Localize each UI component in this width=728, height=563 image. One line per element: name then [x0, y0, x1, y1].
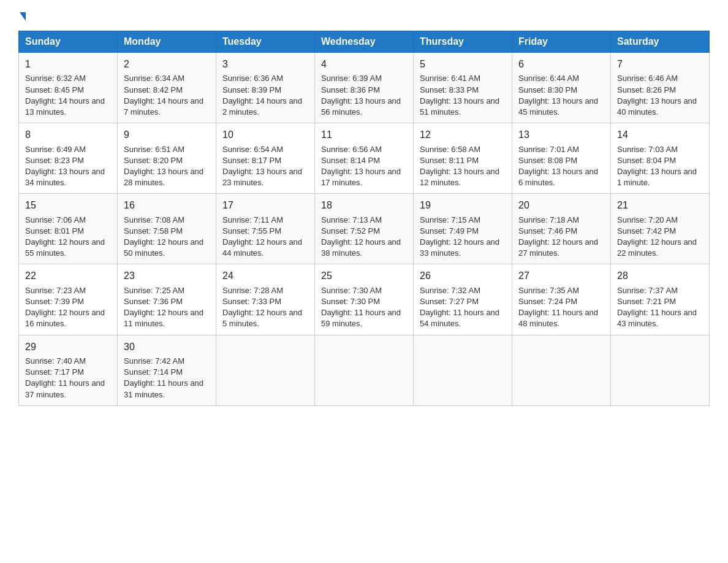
sunrise-text: Sunrise: 7:28 AM — [222, 286, 283, 295]
sunrise-text: Sunrise: 7:20 AM — [617, 215, 678, 224]
sunrise-text: Sunrise: 7:37 AM — [617, 286, 678, 295]
sunset-text: Sunset: 8:26 PM — [617, 85, 676, 94]
day-number: 23 — [124, 269, 210, 283]
day-number: 7 — [617, 58, 703, 71]
sunset-text: Sunset: 7:17 PM — [25, 367, 84, 377]
day-number: 3 — [222, 58, 308, 71]
sunrise-text: Sunrise: 7:03 AM — [617, 145, 678, 154]
calendar-cell: 1Sunrise: 6:32 AMSunset: 8:45 PMDaylight… — [19, 53, 118, 123]
day-number: 25 — [321, 269, 407, 283]
day-number: 17 — [222, 199, 308, 212]
daylight-text: Daylight: 13 hours and 6 minutes. — [518, 167, 598, 187]
sunrise-text: Sunrise: 6:58 AM — [420, 145, 480, 154]
daylight-text: Daylight: 13 hours and 28 minutes. — [124, 167, 203, 187]
calendar-week-row: 15Sunrise: 7:06 AMSunset: 8:01 PMDayligh… — [19, 194, 710, 264]
day-number: 29 — [25, 340, 111, 354]
sunset-text: Sunset: 8:17 PM — [222, 156, 281, 165]
calendar-cell: 25Sunrise: 7:30 AMSunset: 7:30 PMDayligh… — [315, 264, 414, 335]
calendar-cell: 23Sunrise: 7:25 AMSunset: 7:36 PMDayligh… — [118, 264, 216, 335]
sunset-text: Sunset: 8:14 PM — [321, 156, 380, 165]
sunset-text: Sunset: 8:36 PM — [321, 85, 380, 94]
daylight-text: Daylight: 13 hours and 51 minutes. — [420, 96, 499, 117]
page-header — [18, 12, 710, 21]
weekday-header-friday: Friday — [512, 31, 611, 53]
sunset-text: Sunset: 8:01 PM — [25, 226, 84, 236]
sunset-text: Sunset: 7:24 PM — [518, 297, 577, 306]
calendar-cell: 28Sunrise: 7:37 AMSunset: 7:21 PMDayligh… — [611, 264, 710, 335]
day-number: 10 — [222, 128, 308, 142]
day-number: 14 — [617, 128, 703, 142]
sunrise-text: Sunrise: 7:23 AM — [25, 286, 86, 295]
calendar-cell: 13Sunrise: 7:01 AMSunset: 8:08 PMDayligh… — [512, 123, 611, 194]
weekday-header-saturday: Saturday — [611, 31, 710, 53]
sunrise-text: Sunrise: 7:42 AM — [124, 356, 184, 366]
day-number: 8 — [25, 128, 111, 142]
daylight-text: Daylight: 12 hours and 33 minutes. — [420, 237, 499, 258]
calendar-cell: 8Sunrise: 6:49 AMSunset: 8:23 PMDaylight… — [19, 123, 118, 194]
day-number: 11 — [321, 128, 407, 142]
day-number: 4 — [321, 58, 407, 71]
calendar-cell: 24Sunrise: 7:28 AMSunset: 7:33 PMDayligh… — [216, 264, 315, 335]
calendar-cell: 5Sunrise: 6:41 AMSunset: 8:33 PMDaylight… — [414, 53, 512, 123]
sunrise-text: Sunrise: 6:44 AM — [518, 74, 579, 83]
calendar-cell: 18Sunrise: 7:13 AMSunset: 7:52 PMDayligh… — [315, 194, 414, 264]
daylight-text: Daylight: 11 hours and 48 minutes. — [518, 308, 598, 328]
calendar-cell: 15Sunrise: 7:06 AMSunset: 8:01 PMDayligh… — [19, 194, 118, 264]
day-number: 13 — [518, 128, 604, 142]
calendar-cell: 14Sunrise: 7:03 AMSunset: 8:04 PMDayligh… — [611, 123, 710, 194]
sunset-text: Sunset: 8:08 PM — [518, 156, 577, 165]
day-number: 12 — [420, 128, 506, 142]
calendar-week-row: 22Sunrise: 7:23 AMSunset: 7:39 PMDayligh… — [19, 264, 710, 335]
sunset-text: Sunset: 7:27 PM — [420, 297, 479, 306]
day-number: 16 — [124, 199, 210, 212]
day-number: 9 — [124, 128, 210, 142]
calendar-table: SundayMondayTuesdayWednesdayThursdayFrid… — [18, 31, 710, 406]
daylight-text: Daylight: 12 hours and 44 minutes. — [222, 237, 302, 258]
sunrise-text: Sunrise: 7:06 AM — [25, 215, 86, 224]
daylight-text: Daylight: 13 hours and 23 minutes. — [222, 167, 302, 187]
daylight-text: Daylight: 11 hours and 37 minutes. — [25, 378, 105, 399]
sunrise-text: Sunrise: 6:39 AM — [321, 74, 382, 83]
sunrise-text: Sunrise: 6:54 AM — [222, 145, 283, 154]
sunrise-text: Sunrise: 7:32 AM — [420, 286, 480, 295]
day-number: 2 — [124, 58, 210, 71]
calendar-cell: 29Sunrise: 7:40 AMSunset: 7:17 PMDayligh… — [19, 335, 118, 405]
sunset-text: Sunset: 7:55 PM — [222, 226, 281, 236]
calendar-cell: 12Sunrise: 6:58 AMSunset: 8:11 PMDayligh… — [414, 123, 512, 194]
calendar-cell: 16Sunrise: 7:08 AMSunset: 7:58 PMDayligh… — [118, 194, 216, 264]
day-number: 1 — [25, 58, 111, 71]
daylight-text: Daylight: 11 hours and 54 minutes. — [420, 308, 499, 328]
daylight-text: Daylight: 14 hours and 7 minutes. — [124, 96, 203, 117]
calendar-cell — [216, 335, 315, 405]
day-number: 24 — [222, 269, 308, 283]
sunset-text: Sunset: 8:20 PM — [124, 156, 183, 165]
day-number: 28 — [617, 269, 703, 283]
calendar-week-row: 29Sunrise: 7:40 AMSunset: 7:17 PMDayligh… — [19, 335, 710, 405]
sunset-text: Sunset: 7:14 PM — [124, 367, 183, 377]
calendar-header: SundayMondayTuesdayWednesdayThursdayFrid… — [19, 31, 710, 53]
calendar-cell: 26Sunrise: 7:32 AMSunset: 7:27 PMDayligh… — [414, 264, 512, 335]
daylight-text: Daylight: 13 hours and 56 minutes. — [321, 96, 401, 117]
sunrise-text: Sunrise: 7:01 AM — [518, 145, 579, 154]
weekday-header-thursday: Thursday — [414, 31, 512, 53]
day-number: 20 — [518, 199, 604, 212]
calendar-cell: 6Sunrise: 6:44 AMSunset: 8:30 PMDaylight… — [512, 53, 611, 123]
daylight-text: Daylight: 12 hours and 27 minutes. — [518, 237, 598, 258]
sunset-text: Sunset: 7:39 PM — [25, 297, 84, 306]
daylight-text: Daylight: 13 hours and 45 minutes. — [518, 96, 598, 117]
daylight-text: Daylight: 14 hours and 13 minutes. — [25, 96, 105, 117]
day-number: 30 — [124, 340, 210, 354]
sunrise-text: Sunrise: 7:15 AM — [420, 215, 480, 224]
calendar-cell: 22Sunrise: 7:23 AMSunset: 7:39 PMDayligh… — [19, 264, 118, 335]
sunrise-text: Sunrise: 6:36 AM — [222, 74, 283, 83]
sunrise-text: Sunrise: 7:08 AM — [124, 215, 184, 224]
calendar-cell — [611, 335, 710, 405]
sunset-text: Sunset: 7:52 PM — [321, 226, 380, 236]
sunset-text: Sunset: 7:42 PM — [617, 226, 676, 236]
weekday-header-tuesday: Tuesday — [216, 31, 315, 53]
sunset-text: Sunset: 8:42 PM — [124, 85, 183, 94]
daylight-text: Daylight: 12 hours and 16 minutes. — [25, 308, 105, 328]
sunrise-text: Sunrise: 6:34 AM — [124, 74, 184, 83]
calendar-cell: 7Sunrise: 6:46 AMSunset: 8:26 PMDaylight… — [611, 53, 710, 123]
calendar-cell: 9Sunrise: 6:51 AMSunset: 8:20 PMDaylight… — [118, 123, 216, 194]
